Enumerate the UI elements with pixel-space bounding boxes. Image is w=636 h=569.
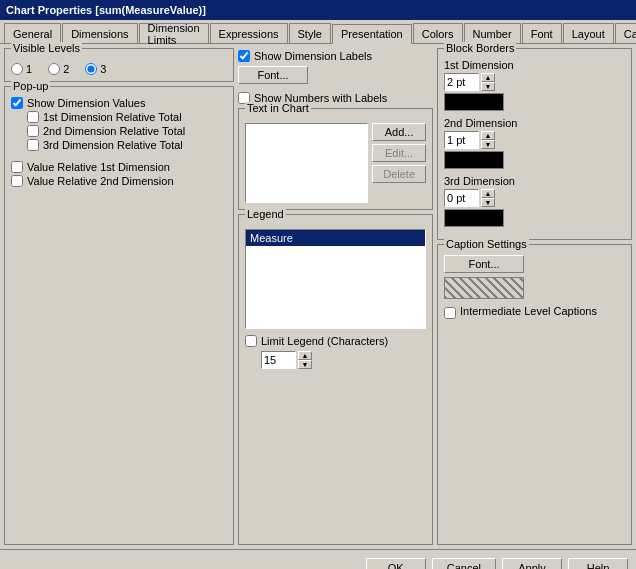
radio-level-1[interactable]: 1 xyxy=(11,63,32,75)
legend-title: Legend xyxy=(245,208,286,220)
show-dim-labels-row: Show Dimension Labels xyxy=(238,50,433,62)
caption-settings-title: Caption Settings xyxy=(444,238,529,250)
limit-legend-checkbox[interactable] xyxy=(245,335,257,347)
dim2-up[interactable]: ▲ xyxy=(481,131,495,140)
dim3-up[interactable]: ▲ xyxy=(481,189,495,198)
dim1-down[interactable]: ▼ xyxy=(481,82,495,91)
dim2-spinner-btns: ▲ ▼ xyxy=(481,131,495,149)
dim3-spinner-btns: ▲ ▼ xyxy=(481,189,495,207)
block-borders-title: Block Borders xyxy=(444,42,516,54)
popup-title: Pop-up xyxy=(11,80,50,92)
intermediate-level-checkbox[interactable] xyxy=(444,307,456,319)
limit-legend-label: Limit Legend (Characters) xyxy=(261,335,388,347)
caption-font-button[interactable]: Font... xyxy=(444,255,524,273)
visible-levels-title: Visible Levels xyxy=(11,42,82,54)
dim1-label: 1st Dimension xyxy=(444,59,625,71)
dim1-up[interactable]: ▲ xyxy=(481,73,495,82)
intermediate-level-label: Intermediate Level Captions xyxy=(460,305,597,317)
radio-level-2[interactable]: 2 xyxy=(48,63,69,75)
value-relative-2nd-checkbox[interactable]: Value Relative 2nd Dimension xyxy=(11,175,227,187)
apply-button[interactable]: Apply xyxy=(502,558,562,570)
cancel-button[interactable]: Cancel xyxy=(432,558,496,570)
text-in-chart-title: Text in Chart xyxy=(245,102,311,114)
tab-number[interactable]: Number xyxy=(464,23,521,43)
tab-caption[interactable]: Caption xyxy=(615,23,636,43)
show-dim-labels-checkbox[interactable] xyxy=(238,50,250,62)
help-button[interactable]: Help xyxy=(568,558,628,570)
text-in-chart-box xyxy=(245,123,368,203)
legend-list: Measure xyxy=(245,229,426,329)
dim2-label: 2nd Dimension xyxy=(444,117,625,129)
spinner-down[interactable]: ▼ xyxy=(298,360,312,369)
dim3-label: 3rd Dimension xyxy=(444,175,625,187)
title-bar: Chart Properties [sum(MeasureValue)] xyxy=(0,0,636,20)
tab-dimensions[interactable]: Dimensions xyxy=(62,23,137,43)
value-relative-1st-checkbox[interactable]: Value Relative 1st Dimension xyxy=(11,161,227,173)
dim-relative-2-checkbox[interactable]: 2nd Dimension Relative Total xyxy=(11,125,227,137)
block-borders-group: Block Borders 1st Dimension ▲ ▼ 2nd Dime… xyxy=(437,48,632,240)
show-dim-labels-label: Show Dimension Labels xyxy=(254,50,372,62)
legend-group: Legend Measure Limit Legend (Characters)… xyxy=(238,214,433,545)
dim1-spinner[interactable] xyxy=(444,73,479,91)
dim1-color[interactable] xyxy=(444,93,504,111)
title-text: Chart Properties [sum(MeasureValue)] xyxy=(6,4,206,16)
tab-bar: General Dimensions Dimension Limits Expr… xyxy=(0,20,636,44)
popup-group: Pop-up Show Dimension Values 1st Dimensi… xyxy=(4,86,234,545)
add-button[interactable]: Add... xyxy=(372,123,426,141)
limit-legend-spinner[interactable] xyxy=(261,351,296,369)
caption-color-block[interactable] xyxy=(444,277,524,299)
dim2-down[interactable]: ▼ xyxy=(481,140,495,149)
limit-legend-spinner-btns: ▲ ▼ xyxy=(298,351,312,369)
font-button[interactable]: Font... xyxy=(238,66,308,84)
text-in-chart-group: Text in Chart Add... Edit... Delete xyxy=(238,108,433,210)
dim3-down[interactable]: ▼ xyxy=(481,198,495,207)
tab-dimension-limits[interactable]: Dimension Limits xyxy=(139,23,209,43)
tab-layout[interactable]: Layout xyxy=(563,23,614,43)
bottom-bar: OK Cancel Apply Help xyxy=(0,549,636,569)
dim3-spinner[interactable] xyxy=(444,189,479,207)
tab-expressions[interactable]: Expressions xyxy=(210,23,288,43)
tab-colors[interactable]: Colors xyxy=(413,23,463,43)
legend-item[interactable]: Measure xyxy=(246,230,425,246)
dim-relative-1-checkbox[interactable]: 1st Dimension Relative Total xyxy=(11,111,227,123)
dim-relative-3-checkbox[interactable]: 3rd Dimension Relative Total xyxy=(11,139,227,151)
spinner-up[interactable]: ▲ xyxy=(298,351,312,360)
caption-settings-group: Caption Settings Font... Intermediate Le… xyxy=(437,244,632,545)
show-dimension-values-checkbox[interactable]: Show Dimension Values xyxy=(11,97,227,109)
dim2-spinner[interactable] xyxy=(444,131,479,149)
dim3-color[interactable] xyxy=(444,209,504,227)
tab-general[interactable]: General xyxy=(4,23,61,43)
visible-levels-group: Visible Levels 1 2 3 xyxy=(4,48,234,82)
delete-button[interactable]: Delete xyxy=(372,165,426,183)
edit-button[interactable]: Edit... xyxy=(372,144,426,162)
tab-style[interactable]: Style xyxy=(289,23,331,43)
tab-presentation[interactable]: Presentation xyxy=(332,24,412,44)
radio-level-3[interactable]: 3 xyxy=(85,63,106,75)
tab-font[interactable]: Font xyxy=(522,23,562,43)
ok-button[interactable]: OK xyxy=(366,558,426,570)
dim1-spinner-btns: ▲ ▼ xyxy=(481,73,495,91)
dim2-color[interactable] xyxy=(444,151,504,169)
